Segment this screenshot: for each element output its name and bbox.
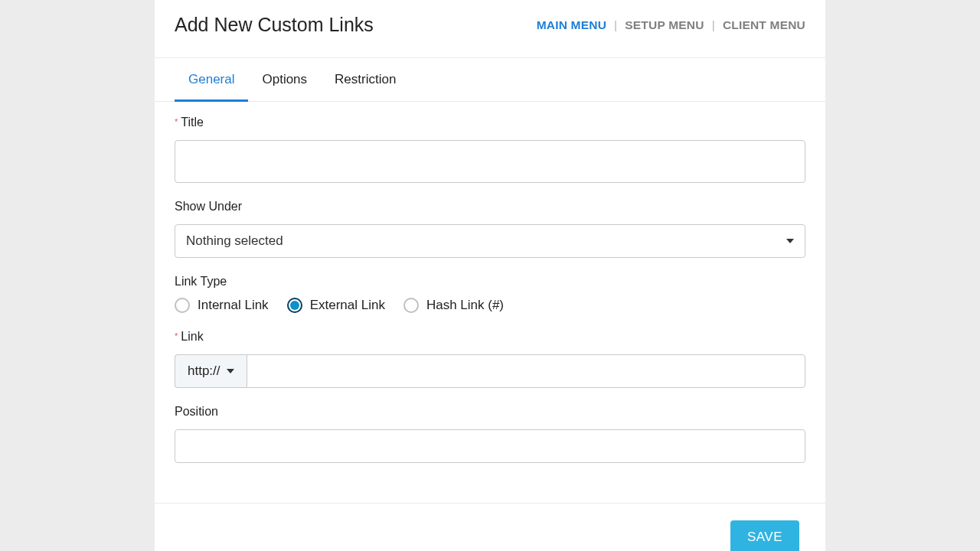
link-protocol-select[interactable]: http://	[175, 354, 247, 388]
radio-hash-link[interactable]: Hash Link (#)	[403, 298, 504, 313]
radio-label-hash: Hash Link (#)	[426, 298, 504, 313]
label-show-under-text: Show Under	[175, 200, 242, 214]
link-protocol-value: http://	[188, 364, 220, 379]
label-link-type-text: Link Type	[175, 275, 227, 289]
show-under-value: Nothing selected	[186, 233, 283, 249]
link-input[interactable]	[247, 354, 805, 388]
position-input[interactable]	[175, 429, 805, 463]
radio-external-link[interactable]: External Link	[287, 298, 385, 313]
group-show-under: Show Under Nothing selected	[175, 200, 805, 258]
title-input[interactable]	[175, 140, 805, 183]
caret-down-icon	[786, 239, 794, 243]
required-marker: *	[175, 331, 178, 341]
tab-options[interactable]: Options	[248, 58, 321, 102]
label-title: * Title	[175, 116, 805, 129]
radio-icon	[403, 298, 419, 313]
tabs: General Options Restriction	[155, 57, 825, 102]
group-link-type: Link Type Internal Link External Link Ha…	[175, 275, 805, 313]
group-link: * Link http://	[175, 330, 805, 388]
nav-separator: |	[614, 18, 617, 32]
actions: SAVE	[155, 504, 825, 551]
radio-internal-link[interactable]: Internal Link	[175, 298, 269, 313]
group-position: Position	[175, 405, 805, 463]
required-marker: *	[175, 117, 178, 126]
page-title: Add New Custom Links	[175, 14, 374, 36]
header: Add New Custom Links MAIN MENU | SETUP M…	[155, 0, 825, 57]
label-title-text: Title	[181, 116, 204, 129]
tab-restriction[interactable]: Restriction	[321, 58, 410, 102]
group-title: * Title	[175, 116, 805, 183]
show-under-select[interactable]: Nothing selected	[175, 224, 805, 258]
save-button[interactable]: SAVE	[730, 520, 799, 551]
radio-label-external: External Link	[310, 298, 385, 313]
radio-icon	[287, 298, 302, 313]
label-position: Position	[175, 405, 805, 419]
radio-icon	[175, 298, 190, 313]
label-position-text: Position	[175, 405, 218, 419]
form-general: * Title Show Under Nothing selected Link…	[155, 102, 825, 484]
top-nav: MAIN MENU | SETUP MENU | CLIENT MENU	[537, 18, 805, 32]
label-show-under: Show Under	[175, 200, 805, 214]
label-link: * Link	[175, 330, 805, 344]
nav-client-menu[interactable]: CLIENT MENU	[723, 18, 805, 32]
radio-label-internal: Internal Link	[198, 298, 269, 313]
link-type-radios: Internal Link External Link Hash Link (#…	[175, 298, 805, 313]
tab-general[interactable]: General	[175, 58, 248, 102]
caret-down-icon	[227, 369, 234, 373]
nav-main-menu[interactable]: MAIN MENU	[537, 18, 606, 32]
link-row: http://	[175, 354, 805, 388]
panel: Add New Custom Links MAIN MENU | SETUP M…	[155, 0, 825, 551]
nav-setup-menu[interactable]: SETUP MENU	[625, 18, 704, 32]
nav-separator: |	[712, 18, 715, 32]
label-link-type: Link Type	[175, 275, 805, 289]
label-link-text: Link	[181, 330, 203, 344]
